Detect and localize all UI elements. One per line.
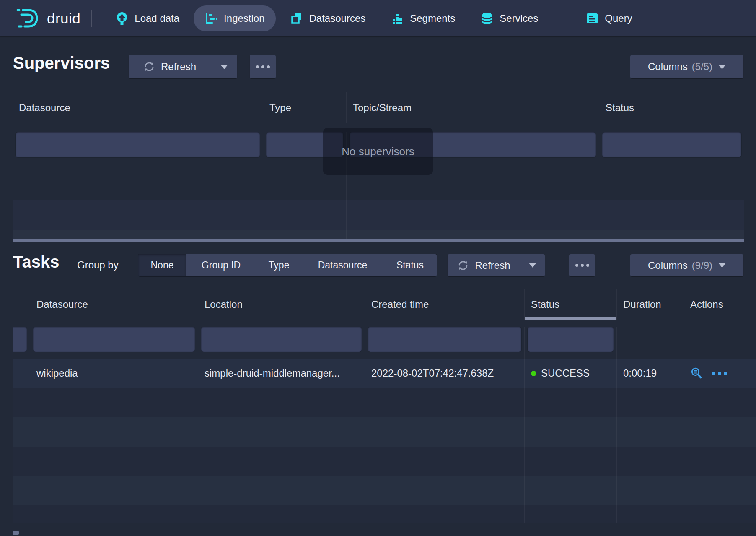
- supervisors-columns-button[interactable]: Columns (5/5): [630, 55, 743, 78]
- group-by-datasource-button[interactable]: Datasource: [302, 254, 383, 276]
- refresh-icon: [457, 260, 469, 271]
- nav-services[interactable]: Services: [469, 5, 549, 31]
- query-icon: [585, 12, 599, 25]
- supervisors-title: Supervisors: [13, 54, 110, 73]
- no-supervisors-overlay: No supervisors: [323, 128, 433, 175]
- chevron-down-icon: [718, 263, 726, 268]
- navbar-divider: [562, 10, 562, 27]
- tasks-columns-button[interactable]: Columns (9/9): [630, 254, 743, 276]
- clipped-row: [13, 505, 756, 523]
- navbar-divider: [91, 10, 92, 27]
- refresh-dropdown-caret[interactable]: [211, 55, 237, 78]
- refresh-icon: [143, 61, 155, 73]
- chevron-down-icon: [529, 263, 536, 268]
- column-header-clipped[interactable]: [13, 289, 30, 320]
- tasks-more-button[interactable]: [569, 254, 595, 276]
- nav-label: Datasources: [309, 13, 366, 24]
- refresh-label: Refresh: [161, 61, 196, 73]
- columns-count: (9/9): [692, 260, 712, 271]
- empty-row: [13, 476, 756, 505]
- nav-label: Services: [500, 13, 538, 24]
- supervisors-horizontal-scrollbar[interactable]: [13, 239, 744, 242]
- chevron-down-icon: [718, 65, 726, 69]
- more-icon: [575, 264, 589, 267]
- columns-count: (5/5): [692, 61, 712, 73]
- segments-icon: [391, 12, 404, 25]
- task-created-time-cell: 2022-08-02T07:42:47.638Z: [365, 359, 525, 388]
- task-actions-more-icon[interactable]: [712, 372, 727, 375]
- column-header-duration[interactable]: Duration: [617, 289, 684, 320]
- column-header-location[interactable]: Location: [198, 289, 365, 320]
- status-filter-input[interactable]: [602, 132, 741, 157]
- column-header-topic-stream[interactable]: Topic/Stream: [347, 92, 599, 123]
- nav-load-data[interactable]: Load data: [104, 5, 190, 31]
- status-text: SUCCESS: [541, 367, 590, 379]
- refresh-dropdown-caret[interactable]: [520, 254, 545, 276]
- created-time-filter-input[interactable]: [368, 327, 521, 352]
- location-filter-input[interactable]: [201, 327, 362, 352]
- datasource-filter-input[interactable]: [33, 327, 195, 352]
- services-icon: [480, 12, 494, 25]
- task-row-wikipedia: wikipedia simple-druid-middlemanager... …: [13, 359, 756, 388]
- column-header-created-time[interactable]: Created time: [365, 289, 525, 320]
- nav-segments[interactable]: Segments: [380, 5, 466, 31]
- tasks-refresh-button[interactable]: Refresh: [448, 254, 545, 276]
- nav-label: Query: [605, 13, 632, 24]
- supervisors-table: Datasource Type Topic/Stream Status No s…: [13, 92, 744, 242]
- task-status-cell: SUCCESS: [525, 359, 617, 388]
- datasources-icon: [290, 12, 303, 25]
- supervisors-header-row: Datasource Type Topic/Stream Status: [13, 92, 744, 123]
- ingestion-icon: [205, 12, 218, 25]
- nav-query[interactable]: Query: [575, 5, 643, 31]
- nav-label: Ingestion: [224, 13, 264, 24]
- clipped-row: [13, 230, 744, 239]
- tasks-header-row: Datasource Location Created time Status …: [13, 289, 756, 320]
- nav-label: Load data: [135, 13, 179, 24]
- datasource-filter-input[interactable]: [16, 132, 260, 157]
- tasks-horizontal-scrollbar[interactable]: [13, 531, 19, 535]
- load-data-icon: [115, 12, 129, 25]
- refresh-label: Refresh: [475, 260, 510, 271]
- column-header-actions[interactable]: Actions: [684, 289, 756, 320]
- columns-label: Columns: [648, 260, 688, 271]
- column-header-status[interactable]: Status: [599, 92, 744, 123]
- supervisors-refresh-button[interactable]: Refresh: [129, 55, 237, 78]
- druid-logo[interactable]: druid: [16, 7, 80, 30]
- column-header-datasource[interactable]: Datasource: [13, 92, 263, 123]
- success-status-dot: [531, 371, 536, 376]
- empty-row: [13, 200, 744, 230]
- group-by-group-id-button[interactable]: Group ID: [186, 254, 256, 276]
- task-actions-cell: [684, 359, 756, 388]
- status-filter-input[interactable]: [528, 327, 614, 352]
- task-datasource-cell: wikipedia: [30, 359, 198, 388]
- sort-indicator: [525, 317, 616, 320]
- nav-datasources[interactable]: Datasources: [279, 5, 377, 31]
- empty-message: No supervisors: [342, 145, 414, 158]
- group-by-status-button[interactable]: Status: [383, 254, 437, 276]
- column-header-datasource[interactable]: Datasource: [30, 289, 198, 320]
- group-by-label: Group by: [77, 259, 119, 271]
- supervisors-more-button[interactable]: [250, 55, 276, 78]
- group-by-type-button[interactable]: Type: [256, 254, 302, 276]
- group-by-segmented-control: None Group ID Type Datasource Status: [138, 254, 437, 276]
- task-location-cell: simple-druid-middlemanager...: [198, 359, 365, 388]
- tasks-table: Datasource Location Created time Status …: [13, 289, 756, 523]
- tasks-filter-row: [13, 320, 756, 359]
- refresh-main[interactable]: Refresh: [448, 254, 520, 276]
- task-duration-cell: 0:00:19: [617, 359, 684, 388]
- task-detail-search-icon[interactable]: [690, 367, 703, 380]
- clipped-filter-input[interactable]: [13, 327, 27, 352]
- status-header-label: Status: [531, 299, 559, 310]
- nav-label: Segments: [410, 13, 455, 24]
- more-icon: [256, 65, 270, 68]
- columns-label: Columns: [648, 61, 688, 73]
- column-header-status-sorted[interactable]: Status: [525, 289, 617, 320]
- druid-logo-icon: [16, 7, 42, 30]
- refresh-main[interactable]: Refresh: [129, 55, 211, 78]
- column-header-type[interactable]: Type: [263, 92, 347, 123]
- nav-ingestion[interactable]: Ingestion: [194, 5, 275, 31]
- brand-name: druid: [47, 10, 80, 27]
- navbar: druid Load data: [0, 0, 756, 36]
- chevron-down-icon: [220, 65, 228, 69]
- group-by-none-button[interactable]: None: [138, 254, 186, 276]
